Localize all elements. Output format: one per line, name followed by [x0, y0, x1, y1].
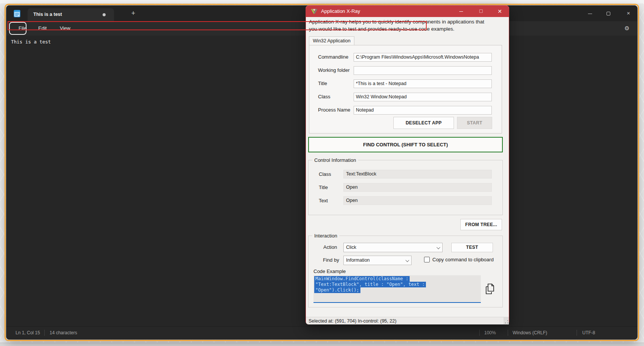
- notepad-tab[interactable]: This is a test: [28, 8, 114, 21]
- find-control-button[interactable]: FIND CONTROL (SHIFT TO SELECT): [308, 137, 503, 152]
- control-information-group: Control Information Class Text:TextBlock…: [308, 160, 503, 215]
- menu-view[interactable]: View: [60, 25, 70, 31]
- desktop-bottom-strip: [0, 343, 644, 346]
- chevron-down-icon: [405, 258, 409, 262]
- maximize-icon: [607, 12, 610, 16]
- code-example-label: Code Example: [313, 268, 346, 274]
- notepad-close-button[interactable]: ×: [624, 10, 633, 16]
- menu-file[interactable]: File: [19, 25, 27, 31]
- ci-title-label: Title: [319, 185, 328, 190]
- new-tab-button[interactable]: +: [128, 8, 138, 18]
- control-information-legend: Control Information: [312, 157, 358, 163]
- desktop-top-strip: [0, 0, 644, 3]
- code-line: "Open").Click();: [314, 287, 360, 293]
- deselect-app-button[interactable]: DESELECT APP: [393, 117, 454, 129]
- editor-text: This is a test: [11, 39, 51, 45]
- application-xray-window: Application X-Ray ✕ Application X-ray he…: [306, 5, 509, 324]
- copy-to-clipboard-icon[interactable]: [484, 282, 495, 296]
- copy-command-checkbox[interactable]: [424, 257, 430, 262]
- status-divider: [508, 330, 508, 336]
- notepad-minimize-button[interactable]: [585, 10, 595, 16]
- process-name-input[interactable]: Notepad: [354, 106, 492, 115]
- xray-logo-icon: [311, 8, 318, 15]
- test-button[interactable]: TEST: [451, 243, 493, 252]
- status-cursor-position: Ln 1, Col 15: [16, 330, 40, 335]
- status-character-count: 14 characters: [50, 330, 77, 335]
- ci-class-value[interactable]: Text:TextBlock: [343, 170, 492, 178]
- xray-maximize-button[interactable]: [476, 8, 485, 15]
- action-dropdown[interactable]: Click: [343, 243, 443, 252]
- resize-grip-icon: [505, 320, 508, 323]
- menu-edit[interactable]: Edit: [38, 25, 47, 31]
- win32-application-panel: Commandline C:\Program Files\WindowsApps…: [309, 45, 502, 133]
- settings-gear-icon[interactable]: ⚙: [623, 24, 631, 33]
- chevron-down-icon: [437, 245, 440, 249]
- ci-title-value[interactable]: Open: [343, 183, 492, 192]
- status-encoding[interactable]: UTF-8: [582, 330, 595, 335]
- title-input[interactable]: *This is a test - Notepad: [354, 79, 492, 88]
- minimize-icon: [588, 14, 592, 14]
- unsaved-changes-dot-icon: [103, 13, 106, 16]
- ci-class-label: Class: [319, 171, 331, 177]
- xray-description: Application X-ray helps you to quickly i…: [309, 19, 507, 33]
- close-icon: ×: [627, 10, 630, 16]
- notepad-app-icon: [13, 9, 21, 18]
- working-folder-input[interactable]: [354, 66, 492, 75]
- status-divider: [44, 330, 45, 336]
- description-line-1: Application X-ray helps you to quickly i…: [309, 19, 507, 26]
- code-example-textbox[interactable]: MainWindow.FindControl(className : "Text…: [313, 275, 481, 303]
- close-icon: ✕: [497, 8, 502, 14]
- description-line-2: you would like to test and provides read…: [309, 26, 507, 33]
- action-label: Action: [323, 244, 337, 250]
- notepad-status-bar: Ln 1, Col 15 14 characters 100% Windows …: [6, 326, 637, 340]
- xray-window-title: Application X-Ray: [321, 8, 360, 14]
- xray-status-bar: Selected at: (591, 704) In-control: (95,…: [306, 317, 509, 324]
- tab-win32-application[interactable]: Win32 Application: [309, 36, 354, 45]
- minimize-icon: [459, 11, 463, 12]
- start-button: START: [457, 117, 492, 129]
- process-name-label: Process Name: [318, 107, 350, 113]
- status-divider: [479, 330, 480, 336]
- status-line-ending[interactable]: Windows (CRLF): [513, 330, 547, 335]
- code-line: MainWindow.FindControl(className :: [314, 276, 410, 282]
- ci-text-label: Text: [319, 198, 328, 203]
- interaction-legend: Interaction: [312, 233, 339, 239]
- xray-status-text: Selected at: (591, 704) In-control: (95,…: [309, 318, 396, 324]
- xray-title-bar[interactable]: Application X-Ray ✕: [306, 6, 509, 17]
- working-folder-label: Working folder: [318, 67, 350, 73]
- status-divider: [577, 330, 577, 336]
- find-by-label: Find by: [323, 257, 339, 263]
- interaction-group: Interaction Action Click TEST Find by In…: [308, 236, 503, 307]
- notepad-tab-title: This is a test: [33, 12, 62, 17]
- code-line: "Text:TextBlock", title : "Open", text :: [314, 282, 426, 287]
- copy-command-checkbox-label: Copy command to clipboard: [432, 257, 494, 262]
- find-by-dropdown[interactable]: Information: [343, 256, 412, 265]
- status-zoom-level[interactable]: 100%: [484, 330, 496, 335]
- commandline-input[interactable]: C:\Program Files\WindowsApps\Microsoft.W…: [354, 53, 492, 62]
- xray-close-button[interactable]: ✕: [495, 8, 504, 15]
- from-tree-button[interactable]: FROM TREE...: [460, 219, 502, 230]
- notepad-maximize-button[interactable]: [603, 10, 613, 16]
- class-label: Class: [318, 94, 331, 99]
- commandline-label: Commandline: [318, 54, 348, 60]
- class-input[interactable]: Win32 Window:Notepad: [354, 93, 492, 101]
- ci-text-value[interactable]: Open: [343, 196, 492, 205]
- action-selected-value: Click: [346, 245, 356, 250]
- title-label: Title: [318, 81, 327, 86]
- maximize-icon: [479, 9, 483, 13]
- find-by-selected-value: Information: [346, 258, 370, 263]
- xray-minimize-button[interactable]: [457, 8, 466, 15]
